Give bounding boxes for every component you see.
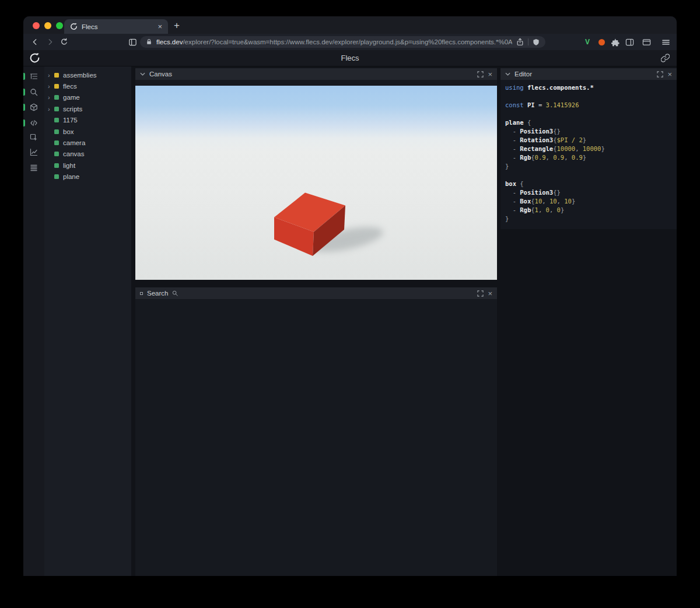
editor-code[interactable]: using flecs.components.* const PI = 3.14… — [501, 80, 677, 229]
code-line: - Position3{} — [505, 127, 672, 136]
code-line — [505, 110, 672, 118]
shield-icon[interactable] — [533, 38, 540, 46]
chart-icon[interactable] — [23, 145, 44, 160]
menu-hamburger-icon[interactable] — [661, 37, 670, 47]
search-panel-title: Search — [147, 290, 168, 297]
code-line: } — [505, 162, 672, 171]
wallet-card-icon[interactable] — [642, 37, 651, 47]
address-bar[interactable]: flecs.dev/explorer/?local=true&wasm=http… — [140, 36, 545, 48]
tab-favicon-flecs-logo — [70, 23, 78, 30]
tree-item-canvas[interactable]: canvas — [44, 149, 131, 160]
close-icon[interactable]: × — [667, 71, 672, 78]
tree-item-plane[interactable]: plane — [44, 171, 131, 182]
main-panel-area: Canvas × — [131, 66, 677, 576]
entity-color-square — [54, 107, 59, 111]
expand-icon[interactable] — [477, 290, 484, 297]
tree-item-game[interactable]: ›game — [44, 92, 131, 103]
search-icon[interactable] — [23, 85, 44, 100]
reload-icon[interactable] — [60, 37, 69, 47]
close-icon[interactable]: × — [488, 71, 492, 78]
queries-icon[interactable] — [23, 160, 44, 175]
code-line — [505, 171, 672, 180]
url-domain: flecs.dev — [156, 38, 183, 45]
search-results-area — [135, 299, 497, 576]
entity-label: 1175 — [63, 117, 78, 124]
canvas-panel-title: Canvas — [149, 71, 172, 78]
entity-label: light — [63, 162, 75, 169]
search-panel: Search × — [135, 287, 497, 576]
entity-tree-panel: ›assemblies›flecs›game›scripts1175boxcam… — [44, 66, 131, 576]
forward-icon[interactable] — [46, 37, 55, 47]
collapse-icon[interactable] — [140, 292, 143, 295]
side-panel-icon[interactable] — [625, 37, 634, 47]
side-panel-bookmark-icon[interactable] — [128, 37, 137, 47]
tree-item-camera[interactable]: camera — [44, 137, 131, 148]
code-line: const PI = 3.1415926 — [505, 101, 672, 110]
3d-scene-render — [135, 86, 497, 280]
minimize-window-button[interactable] — [44, 22, 51, 29]
tree-item-scripts[interactable]: ›scripts — [44, 103, 131, 114]
close-window-button[interactable] — [33, 22, 40, 29]
code-line: } — [505, 215, 672, 223]
canvas-panel: Canvas × — [135, 68, 497, 280]
url-path: /explorer/?local=true&wasm=https://www.f… — [183, 38, 512, 45]
entity-label: flecs — [63, 83, 77, 90]
chevron-down-icon[interactable] — [505, 72, 510, 76]
tab-close-icon[interactable]: × — [158, 23, 162, 30]
expand-icon[interactable] — [657, 71, 663, 78]
extension-orange-icon[interactable] — [597, 37, 606, 47]
code-line: box { — [505, 180, 672, 188]
expand-icon[interactable] — [477, 71, 484, 78]
window-controls — [33, 22, 63, 29]
code-line: - Rotation3{$PI / 2} — [505, 136, 672, 145]
entity-color-square — [54, 73, 59, 78]
tree-item-box[interactable]: box — [44, 126, 131, 137]
browser-toolbar: flecs.dev/explorer/?local=true&wasm=http… — [23, 34, 677, 50]
expand-chevron-icon[interactable]: › — [48, 83, 54, 90]
entity-color-square — [54, 84, 59, 89]
page-title: Flecs — [23, 50, 677, 66]
close-icon[interactable]: × — [488, 290, 492, 297]
zoom-window-button[interactable] — [56, 22, 63, 29]
entity-label: game — [63, 94, 80, 101]
lock-icon[interactable] — [146, 38, 152, 45]
entity-color-square — [54, 152, 59, 156]
search-small-icon — [172, 290, 178, 296]
entity-tree-list: ›assemblies›flecs›game›scripts1175boxcam… — [44, 69, 131, 182]
3d-scene[interactable] — [135, 86, 497, 280]
expand-chevron-icon[interactable]: › — [48, 94, 54, 101]
tree-item-1175[interactable]: 1175 — [44, 115, 131, 126]
entity-label: box — [63, 128, 74, 135]
new-tab-button[interactable]: + — [170, 19, 184, 33]
code-line: - Rgb{0.9, 0.9, 0.9} — [505, 153, 672, 162]
browser-tab-flecs[interactable]: Flecs × — [64, 19, 168, 34]
expand-chevron-icon[interactable]: › — [48, 72, 54, 79]
entity-color-square — [54, 95, 59, 100]
entity-color-square — [54, 174, 59, 179]
entity-label: plane — [63, 173, 79, 180]
canvas-body — [135, 80, 497, 280]
back-icon[interactable] — [30, 37, 40, 47]
code-line: using flecs.components.* — [505, 83, 672, 92]
entity-label: canvas — [63, 150, 84, 157]
tree-item-flecs[interactable]: ›flecs — [44, 80, 131, 92]
url-text[interactable]: flecs.dev/explorer/?local=true&wasm=http… — [156, 38, 512, 45]
expand-chevron-icon[interactable]: › — [48, 106, 54, 113]
inspect-icon[interactable] — [23, 130, 44, 145]
extension-v-icon[interactable]: V — [583, 37, 592, 47]
share-icon[interactable] — [516, 38, 524, 46]
entity-color-square — [54, 129, 59, 134]
chevron-down-icon[interactable] — [140, 72, 145, 76]
entity-color-square — [54, 118, 59, 122]
tree-item-assemblies[interactable]: ›assemblies — [44, 69, 131, 80]
code-icon[interactable] — [23, 115, 44, 131]
tree-item-light[interactable]: light — [44, 160, 131, 171]
scene-cube-icon[interactable] — [23, 100, 44, 115]
code-line — [505, 92, 672, 101]
code-line: - Position3{} — [505, 188, 672, 197]
editor-panel: Editor × using flecs.components.* const … — [501, 68, 677, 229]
code-line: plane { — [505, 118, 672, 127]
share-link-icon[interactable] — [661, 54, 670, 62]
entity-tree-icon[interactable] — [23, 69, 44, 84]
extensions-puzzle-icon[interactable] — [611, 37, 620, 47]
